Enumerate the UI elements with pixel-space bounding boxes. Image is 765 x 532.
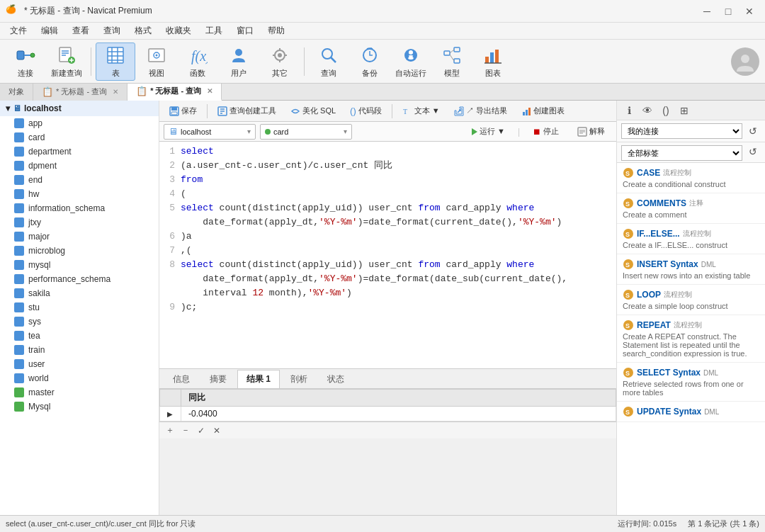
snippets-grid-button[interactable]: ⊞ xyxy=(676,103,692,118)
tab-query2-close[interactable]: ✕ xyxy=(207,87,212,95)
snippets-info-button[interactable]: ℹ xyxy=(621,103,637,118)
svg-line-28 xyxy=(331,57,336,62)
results-tab-status[interactable]: 状态 xyxy=(318,370,353,388)
snippets-refresh-button[interactable]: ↺ xyxy=(745,123,761,139)
beautify-button[interactable]: 美化 SQL xyxy=(285,104,341,118)
toolbar-other-button[interactable]: 其它 xyxy=(260,43,300,81)
snippet-update-syntax-name: UPDATE Syntax xyxy=(637,407,701,417)
delete-row-button[interactable]: － xyxy=(179,424,192,437)
qtb-sep-1 xyxy=(207,104,208,118)
snippets-connection-select[interactable]: 我的连接 xyxy=(621,123,742,139)
snippet-repeat[interactable]: S REPEAT 流程控制 Create A REPEAT construct.… xyxy=(617,315,765,363)
sidebar-item-sys[interactable]: sys xyxy=(0,315,159,329)
sidebar-item-performance-schema[interactable]: performance_schema xyxy=(0,272,159,286)
backup-label: 备份 xyxy=(362,68,378,79)
sidebar: ▾ 🖥 localhost app card department dpment xyxy=(0,101,159,515)
maximize-button[interactable]: □ xyxy=(718,4,738,18)
results-tab-profile[interactable]: 剖析 xyxy=(281,370,317,388)
toolbar-autorun-button[interactable]: 自动运行 xyxy=(391,43,431,81)
menu-edit[interactable]: 编辑 xyxy=(34,23,65,39)
tick-button[interactable]: ✓ xyxy=(195,424,208,437)
snippet-select-syntax[interactable]: S SELECT Syntax DML Retrieve selected ro… xyxy=(617,363,765,402)
sidebar-item-train[interactable]: train xyxy=(0,343,159,357)
sidebar-item-microblog[interactable]: microblog xyxy=(0,244,159,258)
toolbar-table-button[interactable]: 表 xyxy=(96,43,135,81)
snippet-case[interactable]: S CASE 流程控制 Create a conditional constru… xyxy=(617,163,765,193)
toolbar-chart-button[interactable]: 图表 xyxy=(473,43,513,81)
user-avatar[interactable] xyxy=(731,47,759,76)
toolbar-model-button[interactable]: 模型 xyxy=(432,43,472,81)
snippet-insert-syntax[interactable]: S INSERT Syntax DML Insert new rows into… xyxy=(617,254,765,285)
menu-query[interactable]: 查询 xyxy=(96,23,128,39)
sidebar-item-information-schema[interactable]: information_schema xyxy=(0,201,159,215)
snippets-tag-select[interactable]: 全部标签 xyxy=(621,145,742,161)
sidebar-item-master[interactable]: master xyxy=(0,385,159,400)
sidebar-item-stu[interactable]: stu xyxy=(0,300,159,315)
text-button[interactable]: T 文本 ▼ xyxy=(397,104,446,118)
snippets-eye-button[interactable]: 👁 xyxy=(640,103,655,118)
menu-file[interactable]: 文件 xyxy=(3,23,34,39)
toolbar-backup-button[interactable]: 备份 xyxy=(350,43,390,81)
sidebar-item-major[interactable]: major xyxy=(0,230,159,244)
sidebar-item-mysql[interactable]: mysql xyxy=(0,258,159,272)
tab-query1[interactable]: 📋 * 无标题 - 查询 ✕ xyxy=(33,84,128,101)
save-button[interactable]: 保存 xyxy=(164,104,203,118)
beautify-label: 美化 SQL xyxy=(302,106,336,116)
sidebar-item-department[interactable]: department xyxy=(0,145,159,159)
stop-button[interactable]: ⏹ 停止 xyxy=(526,125,566,138)
tab-query2[interactable]: 📋 * 无标题 - 查询 ✕ xyxy=(128,84,222,101)
results-tab-summary[interactable]: 摘要 xyxy=(200,370,236,388)
menu-window[interactable]: 窗口 xyxy=(230,23,261,39)
sidebar-item-end[interactable]: end xyxy=(0,173,159,187)
tab-objects[interactable]: 对象 xyxy=(0,84,33,101)
toolbar-connect-button[interactable]: 连接 xyxy=(6,43,45,81)
menu-view[interactable]: 查看 xyxy=(65,23,96,39)
sidebar-item-app[interactable]: app xyxy=(0,116,159,130)
sidebar-item-card[interactable]: card xyxy=(0,130,159,145)
toolbar-query-button[interactable]: 查询 xyxy=(309,43,348,81)
sidebar-item-jtxy[interactable]: jtxy xyxy=(0,215,159,230)
connection-selector[interactable]: 🖥 localhost ▾ xyxy=(164,124,256,140)
sidebar-item-end-label: end xyxy=(28,175,42,185)
snippets-paren-button[interactable]: () xyxy=(658,103,674,118)
sidebar-item-world[interactable]: world xyxy=(0,371,159,385)
snippet-loop[interactable]: S LOOP 流程控制 Create a simple loop constru… xyxy=(617,285,765,315)
snippets-tag-refresh-button[interactable]: ↺ xyxy=(745,144,761,159)
toolbar-function-button[interactable]: f(x) 函数 xyxy=(178,43,217,81)
create-chart-button[interactable]: 创建图表 xyxy=(516,104,570,118)
tab-query1-close[interactable]: ✕ xyxy=(113,88,118,96)
add-row-button[interactable]: ＋ xyxy=(164,424,176,437)
snippet-ifelse[interactable]: S IF...ELSE... 流程控制 Create a IF...ELSE..… xyxy=(617,224,765,254)
sidebar-item-sakila[interactable]: sakila xyxy=(0,286,159,300)
results-tab-result1[interactable]: 结果 1 xyxy=(237,370,280,388)
code-snippet-button[interactable]: () 代码段 xyxy=(344,104,387,118)
code-editor[interactable]: 1 select 2 (a.user_cnt-c.user_cnt)/c.use… xyxy=(159,142,616,368)
explain-button[interactable]: 解释 xyxy=(570,125,612,138)
menu-format[interactable]: 格式 xyxy=(128,23,159,39)
sidebar-item-tea[interactable]: tea xyxy=(0,329,159,343)
run-button[interactable]: 运行 ▼ xyxy=(465,125,512,138)
export-button[interactable]: ↗ 导出结果 xyxy=(448,104,513,118)
cross-button[interactable]: ✕ xyxy=(210,424,223,437)
sidebar-item-mysql2[interactable]: Mysql xyxy=(0,400,159,414)
menubar: 文件 编辑 查看 查询 格式 收藏夹 工具 窗口 帮助 xyxy=(0,23,765,40)
minimize-button[interactable]: ─ xyxy=(697,4,717,18)
toolbar-new-query-button[interactable]: 新建查询 xyxy=(47,43,86,81)
menu-tools[interactable]: 工具 xyxy=(198,23,230,39)
create-tool-button[interactable]: 查询创建工具 xyxy=(212,104,282,118)
database-selector[interactable]: card ▾ xyxy=(260,124,352,140)
snippet-update-syntax[interactable]: S UPDATE Syntax DML xyxy=(617,402,765,422)
close-button[interactable]: ✕ xyxy=(740,4,759,18)
snippet-comments[interactable]: S COMMENTS 注释 Create a comment xyxy=(617,193,765,224)
menu-help[interactable]: 帮助 xyxy=(261,23,292,39)
toolbar-view-button[interactable]: 视图 xyxy=(137,43,176,81)
toolbar-user-button[interactable]: 用户 xyxy=(219,43,259,81)
svg-point-27 xyxy=(322,49,332,59)
db-icon-card xyxy=(14,132,24,142)
sidebar-item-dpment[interactable]: dpment xyxy=(0,159,159,173)
sidebar-item-hw[interactable]: hw xyxy=(0,187,159,201)
menu-favorites[interactable]: 收藏夹 xyxy=(159,23,198,39)
sidebar-header[interactable]: ▾ 🖥 localhost xyxy=(0,101,159,116)
sidebar-item-user[interactable]: user xyxy=(0,357,159,371)
results-tab-info[interactable]: 信息 xyxy=(164,370,199,388)
